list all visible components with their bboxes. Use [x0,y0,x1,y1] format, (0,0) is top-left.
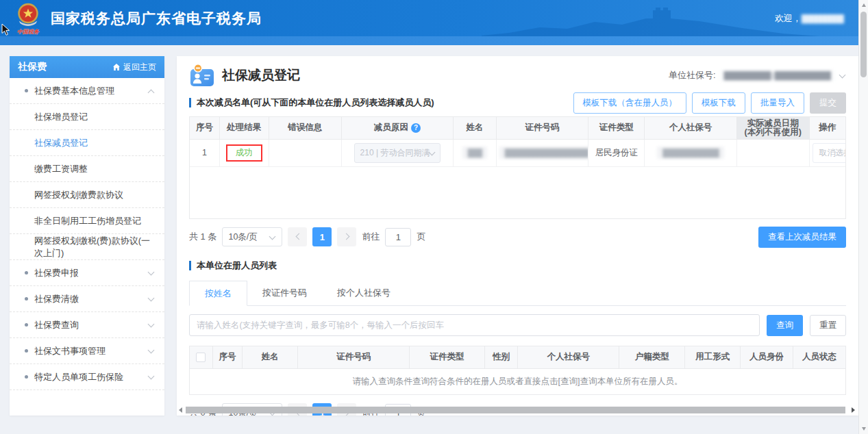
chevron-down-icon [430,150,434,156]
col-seq: 序号 [190,117,219,139]
col-personal-ssn: 个人社保号 [645,117,737,139]
tab-by-id-number[interactable]: 按证件号码 [247,281,322,305]
goto-label: 前往 [362,231,380,243]
template-download-with-staff-button[interactable]: 模板下载（含在册人员） [573,92,687,114]
batch-import-button[interactable]: 批量导入 [751,92,804,114]
cell-actual-date [736,139,809,166]
reason-select[interactable]: 210 | 劳动合同期满 [354,143,441,163]
section2-title: 本单位在册人员列表 [189,261,277,270]
logo-caption: 中国税务 [17,28,39,36]
back-home-link[interactable]: 返回主页 [112,62,156,73]
tab-by-personal-ssn[interactable]: 按个人社保号 [322,281,406,305]
sidebar-group-query[interactable]: 社保费查询 [10,312,164,338]
col-person-status: 人员状态 [793,346,845,368]
sidebar-group-declare[interactable]: 社保费申报 [10,260,164,286]
goto-page-input[interactable] [385,228,411,246]
horizontal-scrollbar-thumb[interactable] [186,407,845,413]
col-person-identity: 人员身份 [741,346,793,368]
reduce-personnel-card-icon [189,63,215,88]
page-title: 社保减员登记 [222,66,300,84]
table-header-row: 序号 姓名 证件号码 证件类型 性别 个人社保号 户籍类型 用工形式 人员身份 … [190,346,845,368]
reset-button[interactable]: 重置 [810,315,846,336]
ssn-masked: ████████████ [657,146,724,159]
col-reason: 减员原因 ? [341,117,454,139]
empty-state-row: 请输入查询条件查询符合条件的在册人员或者直接点击[查询]查询本单位所有在册人员。 [190,368,845,394]
chevron-down-icon [149,270,155,276]
template-download-button[interactable]: 模板下载 [692,92,745,114]
sidebar-item-online-tax-fee-agreement[interactable]: 网签授权划缴税(费)款协议(一次上门) [10,234,164,260]
cell-error [269,139,341,166]
app-title: 国家税务总局广东省电子税务局 [51,9,262,28]
next-page-button[interactable] [337,227,356,246]
col-id-type: 证件类型 [410,346,485,368]
bullet-icon [25,349,28,353]
sidebar-menu: 社保费基本信息管理 社保增员登记 社保减员登记 缴费工资调整 网签授权划缴费款协… [10,78,164,390]
user-name-masked: █████████ [802,15,843,23]
search-input[interactable] [189,314,760,336]
staff-list-table: 序号 姓名 证件号码 证件类型 性别 个人社保号 户籍类型 用工形式 人员身份 … [189,346,846,395]
col-id-number: 证件号码 [298,346,410,368]
chevron-down-icon [149,374,155,380]
prev-page-button[interactable] [288,227,307,246]
scroll-up-arrow-icon[interactable] [862,3,866,7]
search-tabs: 按姓名 按证件号码 按个人社保号 [189,281,846,306]
col-seq: 序号 [212,346,242,368]
sidebar-header: 社保费 返回主页 [10,56,164,78]
sidebar-group-settle[interactable]: 社保费清缴 [10,286,164,312]
col-name: 姓名 [454,117,497,139]
col-id-type: 证件类型 [588,117,645,139]
sidebar-group-document-mgmt[interactable]: 社保文书事项管理 [10,338,164,364]
bullet-icon [25,297,28,301]
sidebar-group-special-injury-insurance[interactable]: 特定人员单项工伤保险 [10,364,164,390]
toolbar: 模板下载（含在册人员） 模板下载 批量导入 提交 [573,92,847,114]
name-masked: ███ [462,146,487,159]
submit-button[interactable]: 提交 [810,92,846,114]
tab-by-name[interactable]: 按姓名 [189,281,247,306]
vertical-scrollbar-thumb[interactable] [860,12,867,77]
col-action: 操作 [809,117,845,139]
chevron-down-icon [149,348,155,354]
horizontal-scrollbar[interactable] [177,406,858,414]
bullet-icon [25,89,28,92]
section2-header-row: 本单位在册人员列表 [189,256,846,275]
current-page[interactable]: 1 [312,227,332,246]
sidebar-item-wage-adjust[interactable]: 缴费工资调整 [10,156,164,182]
chevron-left-icon [295,234,301,240]
chevron-up-icon [149,88,155,94]
scroll-right-arrow-icon[interactable] [852,407,855,413]
cell-name: ███ [454,139,497,166]
view-last-result-button[interactable]: 查看上次减员结果 [758,227,846,248]
unit-ssn-value-masked: ██████████ | ████████████ [720,70,834,81]
col-gender: 性别 [485,346,518,368]
select-all-checkbox[interactable] [196,353,206,362]
scroll-down-arrow-icon[interactable] [862,427,866,431]
cell-action: 取消选择 [809,139,845,166]
query-button[interactable]: 查询 [767,315,803,336]
sidebar-item-reduce-registration[interactable]: 社保减员登记 [10,130,164,156]
help-icon[interactable]: ? [411,123,421,133]
back-home-label: 返回主页 [123,62,156,73]
vertical-scrollbar[interactable] [858,0,868,434]
welcome-text: 欢迎， █████████ [775,12,843,25]
chevron-down-icon [840,73,846,79]
table-header-row: 序号 处理结果 错误信息 减员原因 ? 姓名 证件号码 证件类型 个人社保号 [190,117,845,139]
chevron-down-icon [270,234,276,240]
col-error: 错误信息 [269,117,341,139]
main-panel: 社保减员登记 单位社保号: ██████████ | ████████████ … [177,56,858,416]
sidebar-item-online-payment-agreement[interactable]: 网签授权划缴费款协议 [10,182,164,208]
unit-ssn-select[interactable]: 单位社保号: ██████████ | ████████████ [669,69,846,81]
sidebar-item-add-registration[interactable]: 社保增员登记 [10,104,164,130]
col-employment-form: 用工形式 [684,346,740,368]
national-tax-emblem-icon [15,1,41,27]
chevron-right-icon [344,234,350,240]
cancel-select-button[interactable]: 取消选择 [813,143,845,163]
cell-seq: 1 [190,139,219,166]
search-row: 查询 重置 [189,314,846,336]
mouse-cursor-icon [1,23,10,36]
sidebar-item-parttime-injury-add[interactable]: 非全日制用工工伤增员登记 [10,208,164,234]
welcome-prefix: 欢迎， [775,12,802,25]
scroll-left-arrow-icon[interactable] [179,407,182,413]
sidebar-group-basic-info[interactable]: 社保费基本信息管理 [10,78,164,104]
header-secondary-bar [0,36,858,45]
page-size-select[interactable]: 10条/页 [222,227,282,246]
